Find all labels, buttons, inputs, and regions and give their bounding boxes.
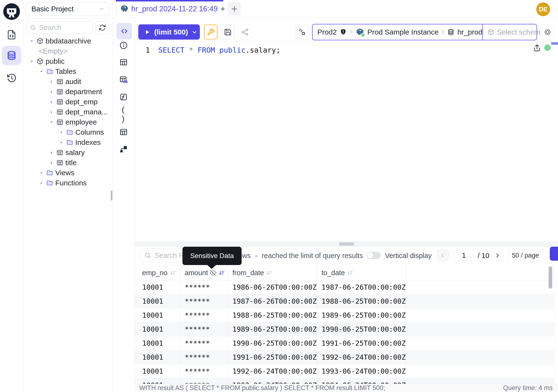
caret-right-icon[interactable] bbox=[59, 130, 64, 134]
results-panel: 500 rows - reached the limit of query re… bbox=[135, 241, 558, 384]
caret-right-icon[interactable] bbox=[49, 151, 54, 155]
sort-icon[interactable] bbox=[347, 270, 353, 276]
page-size-select[interactable]: 50 / page bbox=[508, 250, 542, 261]
tree-item-department[interactable]: department bbox=[23, 87, 112, 97]
result-cell: ****** bbox=[180, 336, 228, 350]
masked-tables-icon[interactable] bbox=[119, 75, 129, 85]
caret-down-icon[interactable] bbox=[39, 70, 44, 74]
sort-icon[interactable] bbox=[218, 270, 225, 276]
tree-item-columns[interactable]: Columns bbox=[23, 127, 112, 137]
column-header-amount[interactable]: amount bbox=[180, 266, 228, 280]
database-segment[interactable]: hr_prod bbox=[447, 28, 482, 36]
sort-icon[interactable] bbox=[169, 270, 176, 276]
cube-icon bbox=[487, 28, 495, 36]
caret-down-icon[interactable] bbox=[29, 39, 34, 43]
next-page-button[interactable] bbox=[492, 250, 503, 261]
eye-off-icon bbox=[210, 270, 217, 276]
result-cell: 1991-06-25T00:00:00Z bbox=[317, 336, 406, 350]
tree-item-empty[interactable]: <Empty> bbox=[23, 46, 112, 56]
bytebase-logo-icon[interactable] bbox=[3, 3, 20, 20]
caret-down-icon[interactable] bbox=[29, 59, 34, 63]
tables-panel-icon[interactable] bbox=[119, 57, 129, 67]
refresh-button[interactable] bbox=[96, 21, 109, 34]
sort-icon[interactable] bbox=[266, 270, 272, 276]
column-header-to_date[interactable]: to_date bbox=[317, 266, 406, 280]
result-row[interactable]: 10001******1988-06-25T00:00:00Z1989-06-2… bbox=[135, 308, 554, 322]
procedures-icon[interactable]: ( ) bbox=[119, 109, 129, 119]
environment-segment[interactable]: Prod2 bbox=[317, 28, 347, 36]
project-selector[interactable]: Basic Project bbox=[26, 2, 109, 16]
tree-item-dept-mana[interactable]: dept_mana... bbox=[23, 107, 112, 117]
history-nav-icon[interactable] bbox=[2, 71, 21, 85]
result-row[interactable]: 10001******1987-06-26T00:00:00Z1988-06-2… bbox=[135, 294, 554, 308]
result-row[interactable]: 10001******1993-06-24T00:00:00Z1994-06-2… bbox=[135, 378, 554, 384]
info-icon[interactable] bbox=[119, 40, 129, 51]
tree-item-indexes[interactable]: Indexes bbox=[23, 137, 112, 148]
bytebase-sql-editor-window: Basic Project bbdataarchive<Empty>public… bbox=[0, 0, 558, 392]
result-row[interactable]: 10001******1992-06-24T00:00:00Z1993-06-2… bbox=[135, 364, 554, 378]
worksheet-nav-icon[interactable] bbox=[2, 28, 21, 42]
tree-item-public[interactable]: public bbox=[23, 56, 112, 66]
panel-splitter[interactable] bbox=[135, 241, 558, 247]
tab-hr-prod[interactable]: hr_prod 2024-11-22 16:49 bbox=[116, 0, 223, 18]
prev-page-button[interactable] bbox=[437, 250, 449, 261]
avatar[interactable]: DE bbox=[536, 2, 550, 16]
project-selector-label: Basic Project bbox=[31, 5, 99, 13]
tree-item-bbdataarchive[interactable]: bbdataarchive bbox=[23, 36, 112, 46]
share-button[interactable] bbox=[238, 25, 252, 39]
tree-item-views[interactable]: Views bbox=[23, 168, 112, 178]
result-row[interactable]: 10001******1990-06-25T00:00:00Z1991-06-2… bbox=[135, 336, 554, 350]
external-tables-icon[interactable] bbox=[119, 127, 129, 137]
caret-right-icon[interactable] bbox=[49, 90, 54, 94]
search-icon bbox=[29, 24, 36, 31]
tree-item-dept-emp[interactable]: dept_emp bbox=[23, 97, 112, 107]
column-header-emp_no[interactable]: emp_no bbox=[135, 266, 180, 280]
tree-item-label: audit bbox=[65, 78, 81, 86]
tree-item-functions[interactable]: Functions bbox=[23, 178, 112, 188]
result-row[interactable]: 10001******1986-06-26T00:00:00Z1987-06-2… bbox=[135, 280, 554, 294]
tree-item-salary[interactable]: salary bbox=[23, 148, 112, 158]
code-panel-icon[interactable] bbox=[117, 23, 132, 39]
upload-icon[interactable] bbox=[532, 44, 541, 53]
vertical-display-toggle[interactable] bbox=[366, 252, 381, 259]
sidebar-search-box[interactable] bbox=[26, 21, 93, 34]
tree-item-tables[interactable]: Tables bbox=[23, 66, 112, 77]
new-tab-button[interactable] bbox=[228, 2, 241, 16]
run-options-chevron-icon[interactable] bbox=[192, 29, 198, 35]
connection-breadcrumb[interactable]: Prod2 bbox=[312, 24, 537, 40]
schema-selector[interactable]: Select schema bbox=[482, 24, 544, 40]
tree-item-employee[interactable]: employee bbox=[23, 117, 112, 127]
caret-right-icon[interactable] bbox=[59, 140, 64, 145]
database-nav-icon[interactable] bbox=[2, 46, 21, 65]
run-query-button[interactable]: (limit 500) bbox=[138, 24, 200, 40]
caret-down-icon[interactable] bbox=[49, 120, 54, 124]
tree-item-label: public bbox=[46, 57, 64, 65]
schema-diagram-icon[interactable] bbox=[119, 144, 129, 154]
instance-segment[interactable]: Prod Sample Instance bbox=[356, 28, 438, 37]
save-button[interactable] bbox=[221, 25, 235, 39]
result-cell bbox=[406, 378, 554, 384]
caret-right-icon[interactable] bbox=[49, 100, 54, 104]
sidebar-resize-handle[interactable] bbox=[111, 191, 113, 200]
caret-right-icon[interactable] bbox=[39, 171, 44, 175]
sidebar-search-input[interactable] bbox=[39, 23, 90, 32]
result-row[interactable]: 10001******1989-06-25T00:00:00Z1990-06-2… bbox=[135, 322, 554, 336]
column-header-from_date[interactable]: from_date bbox=[228, 266, 317, 280]
page-number-input[interactable] bbox=[454, 250, 474, 261]
sql-code[interactable]: SELECT * FROM public.salary; bbox=[158, 45, 280, 55]
admin-wrench-button[interactable] bbox=[204, 25, 218, 39]
functions-panel-icon[interactable] bbox=[119, 92, 129, 102]
tree-item-audit[interactable]: audit bbox=[23, 77, 112, 87]
ai-assistant-button[interactable] bbox=[541, 25, 555, 39]
tree-item-title[interactable]: title bbox=[23, 158, 112, 168]
result-row[interactable]: 10001******1991-06-25T00:00:00Z1992-06-2… bbox=[135, 350, 554, 364]
caret-right-icon[interactable] bbox=[49, 110, 54, 114]
format-sql-button[interactable] bbox=[295, 25, 309, 39]
caret-right-icon[interactable] bbox=[49, 161, 54, 165]
sql-editor[interactable]: 1 SELECT * FROM public.salary; bbox=[135, 41, 558, 242]
tree-item-label: dept_mana... bbox=[65, 108, 108, 116]
export-button-partial[interactable] bbox=[550, 247, 558, 261]
results-scrollbar-thumb[interactable] bbox=[549, 267, 552, 289]
caret-right-icon[interactable] bbox=[49, 80, 54, 84]
caret-right-icon[interactable] bbox=[39, 181, 44, 185]
